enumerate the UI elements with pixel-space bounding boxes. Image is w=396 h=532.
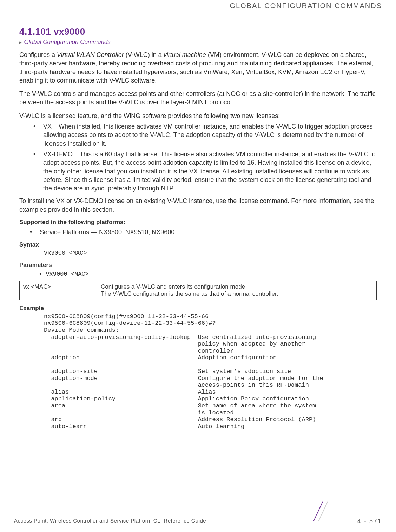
list-item: VX-DEMO – This is a 60 day trial license… xyxy=(33,150,377,192)
list-item: VX – When installed, this license activa… xyxy=(33,122,377,148)
running-header: GLOBAL CONFIGURATION COMMANDS xyxy=(226,2,382,10)
breadcrumb-arrow-icon: ▸ xyxy=(19,40,22,45)
footer-page-number: 4 - 571 xyxy=(357,518,382,525)
breadcrumb-link[interactable]: Global Configuration Commands xyxy=(24,39,111,45)
term-vwlc: Virtual WLAN Controller xyxy=(57,51,124,58)
parameters-table: vx <MAC> Configures a V-WLC and enters i… xyxy=(19,281,377,300)
paragraph-intro: Configures a Virtual WLAN Controller (V-… xyxy=(19,51,377,85)
text: (V-WLC) in a xyxy=(124,51,164,58)
list-item: Service Platforms — NX9500, NX9510, NX96… xyxy=(30,228,377,236)
footer-decoration-icon xyxy=(312,502,340,523)
param-desc-line: The V-WLC configuration is the same as t… xyxy=(101,290,373,297)
term-vm: virtual machine xyxy=(164,51,206,58)
example-heading: Example xyxy=(19,305,377,312)
param-desc-cell: Configures a V-WLC and enters its config… xyxy=(97,281,377,300)
page-footer: Access Point, Wireless Controller and Se… xyxy=(14,518,382,525)
supported-list: Service Platforms — NX9500, NX9510, NX96… xyxy=(19,228,377,236)
supported-heading: Supported in the following platforms: xyxy=(19,219,377,226)
footer-title: Access Point, Wireless Controller and Se… xyxy=(14,518,206,524)
parameters-bullet: • vx9000 <MAC> xyxy=(39,270,377,278)
paragraph-control: The V-WLC controls and manages access po… xyxy=(19,90,377,107)
syntax-heading: Syntax xyxy=(19,241,377,248)
syntax-code: vx9000 <MAC> xyxy=(44,250,377,257)
license-list: VX – When installed, this license activa… xyxy=(19,122,377,192)
parameters-heading: Parameters xyxy=(19,262,377,269)
param-name-cell: vx <MAC> xyxy=(20,281,97,300)
paragraph-install-note: To install the VX or VX-DEMO license on … xyxy=(19,197,377,214)
paragraph-license-intro: V-WLC is a licensed feature, and the WiN… xyxy=(19,112,377,120)
example-code-block: nx9500-6C8809(config)#vx9000 11-22-33-44… xyxy=(44,313,377,430)
section-title: 4.1.101 vx9000 xyxy=(19,26,377,37)
breadcrumb: ▸ Global Configuration Commands xyxy=(19,39,377,46)
table-row: vx <MAC> Configures a V-WLC and enters i… xyxy=(20,281,377,300)
text: Configures a xyxy=(19,51,57,58)
param-desc-line: Configures a V-WLC and enters its config… xyxy=(101,283,373,290)
